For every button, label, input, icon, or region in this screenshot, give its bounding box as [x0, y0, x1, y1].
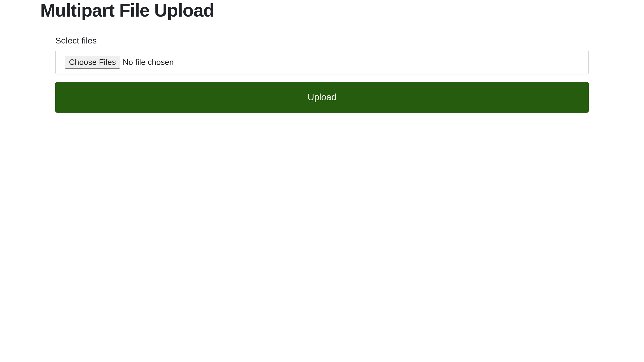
upload-button[interactable]: Upload	[55, 82, 589, 113]
file-select-label: Select files	[55, 36, 589, 46]
file-status-text: No file chosen	[123, 58, 174, 67]
file-input-wrapper[interactable]: Choose Files No file chosen	[55, 50, 589, 74]
upload-form: Select files Choose Files No file chosen…	[40, 36, 604, 113]
choose-files-button[interactable]: Choose Files	[65, 56, 120, 69]
page-title: Multipart File Upload	[40, 0, 604, 21]
